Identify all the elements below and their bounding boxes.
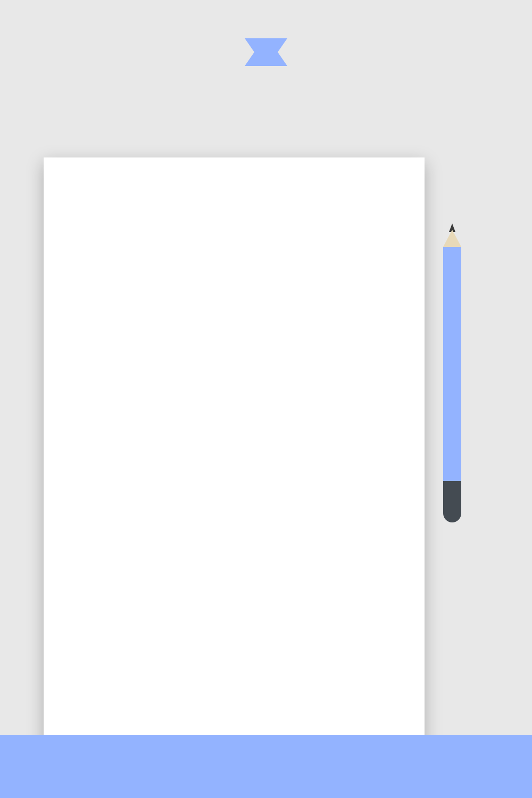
password-table: [83, 201, 393, 213]
col-header-username: [151, 201, 235, 213]
template-page: [44, 157, 425, 796]
footer: [0, 735, 532, 798]
col-header-memo: [318, 201, 393, 213]
ribbon-badge: [245, 38, 287, 66]
pencil-icon: [443, 223, 461, 527]
col-header-password: [235, 201, 318, 213]
table-header-row: [83, 201, 393, 213]
col-header-appsite: [83, 201, 151, 213]
